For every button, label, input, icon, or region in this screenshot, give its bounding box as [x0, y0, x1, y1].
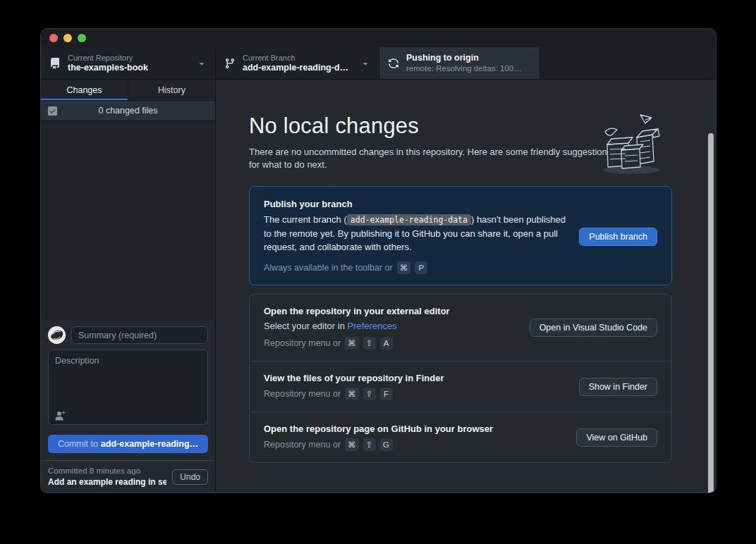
tab-history[interactable]: History	[128, 80, 215, 100]
suggestion-text: View the files of your repository in Fin…	[264, 373, 569, 400]
summary-row	[48, 326, 208, 344]
cmd-keycap: ⌘	[345, 388, 359, 400]
commit-button-prefix: Commit to	[58, 439, 98, 449]
shift-keycap: ⇧	[363, 388, 376, 400]
tab-changes-label: Changes	[66, 85, 102, 95]
minimize-window-button[interactable]	[63, 34, 72, 42]
publish-hint: Always available in the toolbar or ⌘ P	[264, 261, 569, 274]
suggestions-list: Open the repository in your external edi…	[249, 294, 672, 463]
committed-time: Committed 8 minutes ago	[48, 466, 166, 476]
p-keycap: P	[415, 261, 427, 274]
changed-files-header: 0 changed files	[41, 101, 215, 121]
show-in-finder-button[interactable]: Show in Finder	[579, 378, 657, 396]
select-all-checkbox[interactable]	[48, 106, 57, 116]
cmd-keycap: ⌘	[345, 438, 359, 451]
suggestion-open-editor: Open the repository in your external edi…	[250, 295, 671, 361]
suggestion-title: View the files of your repository in Fin…	[264, 373, 569, 383]
vertical-scrollbar[interactable]	[708, 133, 714, 493]
screenshot-root: { "toolbar": { "repository": { "label": …	[0, 0, 756, 544]
hint-text: Repository menu or	[264, 440, 341, 450]
zoom-window-button[interactable]	[78, 34, 86, 42]
f-keycap: F	[380, 388, 393, 400]
cmd-keycap: ⌘	[345, 337, 359, 350]
description-wrap	[48, 350, 208, 428]
select-editor-pre: Select your editor in	[264, 321, 348, 331]
publish-card-text: Publish your branch The current branch (…	[264, 199, 569, 274]
tab-history-label: History	[158, 85, 185, 95]
current-repository-selector[interactable]: Current Repository the-examples-book	[41, 47, 216, 79]
push-to-origin-button[interactable]: Pushing to origin remote: Resolving delt…	[379, 47, 540, 79]
suggestion-title: Open the repository in your external edi…	[264, 306, 520, 316]
sidebar-tabs: Changes History	[41, 80, 215, 101]
no-changes-panel: No local changes There are no uncommitte…	[216, 80, 716, 493]
avatar	[48, 326, 66, 344]
app-window: Current Repository the-examples-book Cur…	[40, 28, 717, 493]
repository-text: Current Repository the-examples-book	[68, 53, 190, 73]
push-text: Pushing to origin remote: Resolving delt…	[406, 53, 531, 73]
changed-files-count: 0 changed files	[57, 106, 199, 116]
page-subtitle: There are no uncommitted changes in this…	[249, 146, 616, 171]
push-title: Pushing to origin	[406, 53, 531, 63]
undo-button[interactable]: Undo	[172, 469, 208, 485]
shift-keycap: ⇧	[363, 438, 376, 451]
publish-hint-text: Always available in the toolbar or	[264, 263, 393, 273]
sidebar: Changes History 0 changed files	[41, 80, 216, 493]
undo-commit-bar: Committed 8 minutes ago Add an example r…	[41, 460, 215, 493]
view-on-github-button[interactable]: View on GitHub	[576, 428, 657, 447]
committed-message: Add an example reading in semi-…	[48, 476, 166, 488]
publish-body-pre: The current branch (	[264, 214, 347, 225]
add-coauthor-icon[interactable]	[54, 410, 67, 421]
suggestion-hint: Repository menu or ⌘ ⇧ F	[264, 388, 569, 400]
no-changes-illustration	[598, 108, 663, 177]
repo-icon	[49, 58, 61, 69]
publish-branch-button[interactable]: Publish branch	[579, 228, 657, 246]
chevron-down-icon	[197, 58, 207, 68]
suggestion-title: Open the repository page on GitHub in yo…	[264, 424, 566, 434]
preferences-link[interactable]: Preferences	[348, 321, 397, 331]
suggestion-show-in-finder: View the files of your repository in Fin…	[250, 361, 671, 412]
repository-label: Current Repository	[68, 53, 190, 63]
description-input[interactable]	[48, 350, 208, 425]
publish-card-title: Publish your branch	[264, 199, 569, 209]
undo-text: Committed 8 minutes ago Add an example r…	[48, 466, 166, 488]
titlebar	[41, 29, 716, 47]
chevron-down-icon	[360, 58, 370, 68]
branch-text: Current Branch add-example-reading-d…	[243, 53, 353, 73]
commit-button-branch: add-example-reading…	[101, 439, 198, 449]
publish-card-body: The current branch (add-example-reading-…	[264, 213, 569, 254]
content: Changes History 0 changed files	[41, 80, 716, 493]
branch-label: Current Branch	[243, 53, 353, 63]
push-status: remote: Resolving deltas: 100…	[406, 63, 531, 73]
publish-branch-card: Publish your branch The current branch (…	[249, 186, 672, 285]
suggestion-hint: Repository menu or ⌘ ⇧ A	[264, 337, 520, 350]
suggestion-text: Open the repository page on GitHub in yo…	[264, 424, 566, 451]
g-keycap: G	[380, 438, 393, 451]
branch-name: add-example-reading-d…	[243, 63, 353, 73]
toolbar: Current Repository the-examples-book Cur…	[41, 47, 716, 80]
commit-message-area: Commit to add-example-reading…	[41, 320, 215, 460]
check-icon	[49, 108, 56, 114]
shift-keycap: ⇧	[363, 337, 376, 350]
current-branch-selector[interactable]: Current Branch add-example-reading-d…	[216, 47, 379, 79]
avatar-image	[48, 326, 66, 344]
git-branch-icon	[224, 58, 236, 69]
sync-icon	[388, 58, 399, 69]
open-in-editor-button[interactable]: Open in Visual Studio Code	[530, 319, 657, 337]
hint-text: Repository menu or	[264, 389, 341, 399]
suggestion-view-on-github: Open the repository page on GitHub in yo…	[250, 412, 671, 462]
traffic-lights	[49, 34, 86, 42]
summary-input[interactable]	[71, 326, 208, 344]
changed-files-list	[41, 121, 215, 320]
suggestion-text: Open the repository in your external edi…	[264, 306, 520, 350]
repository-name: the-examples-book	[68, 63, 190, 73]
select-editor-line: Select your editor in Preferences	[264, 320, 520, 333]
branch-code-pill: add-example-reading-data	[347, 214, 471, 225]
tab-changes[interactable]: Changes	[41, 80, 128, 100]
commit-button[interactable]: Commit to add-example-reading…	[48, 435, 208, 453]
suggestion-hint: Repository menu or ⌘ ⇧ G	[264, 438, 566, 451]
close-window-button[interactable]	[49, 34, 58, 42]
hint-text: Repository menu or	[264, 338, 341, 348]
cmd-keycap: ⌘	[397, 261, 411, 274]
a-keycap: A	[380, 337, 393, 350]
